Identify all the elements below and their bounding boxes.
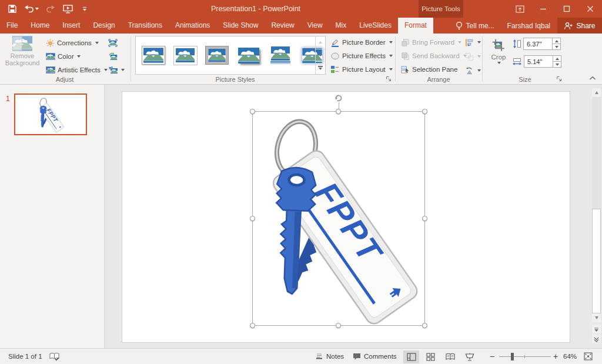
slide-show-view-button[interactable]: [461, 350, 477, 363]
height-spin-up-button[interactable]: [553, 38, 560, 44]
picture-style-metal-frame[interactable]: [204, 44, 230, 66]
picture-layout-button[interactable]: Picture Layout: [329, 64, 394, 75]
send-backward-button-disabled[interactable]: Send Backward: [400, 50, 468, 62]
crop-button[interactable]: Crop: [487, 36, 510, 81]
tell-me-box[interactable]: Tell me...: [450, 21, 500, 31]
tab-format[interactable]: Format: [398, 18, 433, 34]
notes-button[interactable]: Notes: [315, 349, 344, 364]
spell-check-button[interactable]: [49, 349, 59, 364]
gallery-scroll-down-button[interactable]: [316, 49, 325, 62]
zoom-out-button[interactable]: −: [490, 349, 494, 364]
comments-button[interactable]: Comments: [353, 349, 397, 364]
account-name[interactable]: Farshad Iqbal: [500, 22, 557, 30]
slide-sorter-view-button[interactable]: [423, 350, 439, 363]
share-label: Share: [576, 22, 595, 30]
scroll-up-button[interactable]: [592, 88, 601, 97]
tab-mix[interactable]: Mix: [329, 18, 353, 34]
shape-width-input[interactable]: [524, 56, 553, 67]
tab-transitions[interactable]: Transitions: [122, 18, 169, 34]
scrollbar-thumb[interactable]: [592, 209, 601, 313]
align-objects-button[interactable]: [464, 36, 482, 48]
resize-handle-n[interactable]: [336, 109, 341, 114]
zoom-level-button[interactable]: 64%: [563, 349, 577, 364]
slide-canvas[interactable]: [122, 91, 570, 343]
picture-effects-button[interactable]: Picture Effects: [329, 50, 394, 62]
resize-handle-w[interactable]: [250, 216, 255, 221]
resize-handle-nw[interactable]: [250, 109, 255, 114]
slide-1-thumbnail[interactable]: [14, 93, 87, 135]
gallery-more-button[interactable]: [316, 62, 325, 74]
tab-file[interactable]: File: [0, 18, 24, 34]
maximize-button[interactable]: [555, 0, 578, 18]
bring-forward-button-disabled[interactable]: Bring Forward: [400, 36, 468, 48]
spin-up-icon: [556, 58, 559, 60]
close-button[interactable]: [578, 0, 602, 18]
corrections-button[interactable]: Corrections: [45, 37, 109, 49]
previous-slide-button[interactable]: [592, 325, 601, 333]
rotate-handle[interactable]: [334, 93, 343, 105]
reading-view-button[interactable]: [442, 350, 458, 363]
group-objects-button-disabled[interactable]: [464, 51, 482, 62]
color-button[interactable]: Color: [45, 51, 109, 62]
ribbon-display-options-button[interactable]: [508, 0, 531, 18]
rotate-objects-button[interactable]: [464, 65, 482, 76]
tab-design[interactable]: Design: [86, 18, 121, 34]
width-spin-up-button[interactable]: [553, 56, 561, 61]
share-button[interactable]: Share: [557, 18, 602, 34]
selection-pane-button[interactable]: Selection Pane: [400, 64, 468, 75]
gallery-scroll-up-button[interactable]: [316, 36, 325, 49]
slide-sorter-icon: [426, 353, 435, 361]
tab-slide-show[interactable]: Slide Show: [216, 18, 265, 34]
picture-layout-icon: [330, 65, 340, 74]
resize-handle-se[interactable]: [422, 323, 427, 328]
remove-background-icon: [12, 36, 32, 51]
height-spin-down-button[interactable]: [553, 44, 560, 49]
picture-border-button[interactable]: Picture Border: [329, 36, 394, 48]
normal-view-button[interactable]: [403, 350, 419, 363]
slide-show-view-icon: [465, 353, 474, 361]
picture-style-simple-frame[interactable]: [141, 44, 167, 66]
shape-height-input[interactable]: [524, 38, 552, 49]
zoom-slider-track[interactable]: [499, 356, 551, 357]
shape-width-field[interactable]: [524, 55, 561, 68]
picture-style-white-border[interactable]: [172, 44, 199, 66]
picture-layout-label: Picture Layout: [342, 66, 386, 73]
picture-style-drop-shadow[interactable]: [235, 44, 262, 66]
picture-styles-dialog-launcher[interactable]: [384, 75, 392, 82]
close-icon: [587, 5, 594, 12]
tab-insert[interactable]: Insert: [56, 18, 86, 34]
zoom-slider-handle[interactable]: [511, 353, 514, 360]
scroll-down-button[interactable]: [592, 313, 601, 322]
tab-liveslides[interactable]: LiveSlides: [353, 18, 398, 34]
ribbon-tab-bar: File Home Insert Design Transitions Anim…: [0, 18, 602, 34]
size-dialog-launcher[interactable]: [555, 75, 563, 82]
selected-picture[interactable]: [253, 112, 426, 326]
tab-home[interactable]: Home: [24, 18, 56, 34]
contextual-tab-group-picture-tools: Picture Tools: [419, 0, 463, 18]
resize-handle-sw[interactable]: [250, 323, 255, 328]
tab-view[interactable]: View: [301, 18, 329, 34]
compress-pictures-button[interactable]: [107, 37, 126, 49]
width-spin-down-button[interactable]: [553, 61, 561, 67]
resize-handle-ne[interactable]: [422, 109, 427, 114]
slide-indicator[interactable]: Slide 1 of 1: [8, 349, 42, 364]
scrollbar-track[interactable]: [592, 97, 601, 313]
picture-style-reflection[interactable]: [267, 44, 293, 66]
resize-handle-e[interactable]: [422, 216, 427, 221]
zoom-in-button[interactable]: +: [553, 349, 558, 364]
reset-picture-button[interactable]: [107, 64, 126, 76]
fit-slide-to-window-button[interactable]: [584, 349, 593, 364]
resize-handle-s[interactable]: [336, 323, 341, 328]
next-slide-button[interactable]: [592, 335, 601, 343]
zoom-out-label: −: [490, 352, 494, 361]
tab-review[interactable]: Review: [265, 18, 300, 34]
artistic-effects-button[interactable]: Artistic Effects: [45, 64, 109, 76]
shape-height-field[interactable]: [523, 38, 561, 50]
tab-animations[interactable]: Animations: [169, 18, 216, 34]
comments-label: Comments: [364, 353, 397, 360]
minimize-button[interactable]: [531, 0, 555, 18]
collapse-ribbon-button[interactable]: [588, 74, 597, 82]
ribbon-format-tab: Remove Background Corrections Color Arti…: [0, 34, 602, 85]
remove-background-button[interactable]: Remove Background: [4, 36, 41, 81]
change-picture-button[interactable]: [107, 51, 126, 62]
